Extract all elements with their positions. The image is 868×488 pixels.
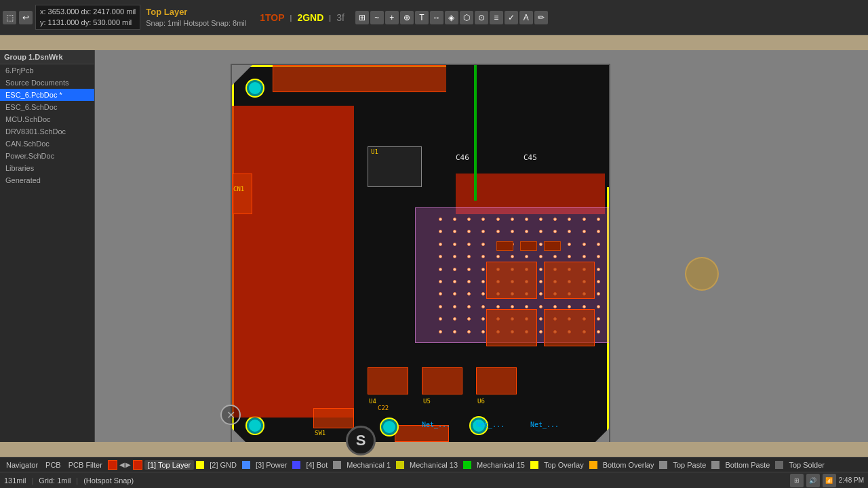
layer-color-2 [196,461,204,469]
layer-top-paste[interactable]: Top Paste [669,460,709,470]
label-cn1: CN1 [233,186,244,192]
toolbar-place[interactable]: ◈ [445,11,458,24]
label-c22: C22 [378,405,389,411]
trace-green-v [474,65,477,201]
layer-4-bot[interactable]: [4] Bot [302,460,331,470]
layer-2-gnd[interactable]: [2] GND [206,460,240,470]
layer-top-solder[interactable]: Top Solder [785,460,828,470]
via-dot [525,255,528,258]
via-dot [583,305,586,308]
layer-color-topsolder [775,461,783,469]
sidebar-item-7[interactable]: Libraries [0,162,94,174]
via-dot [453,305,456,308]
via-dot [511,218,514,221]
pcb-canvas[interactable]: U1 C46 C45 CN1 U4 U5 U6 [95,50,868,442]
sidebar: Group 1.DsnWrk 6.PrjPcb Source Documents… [0,50,95,442]
status-coord: 131mil [4,476,26,485]
layer-mech13[interactable]: Mechanical 13 [406,460,461,470]
toolbar-icon-2[interactable]: ↩ [19,11,33,24]
layer-color-mech1 [333,461,341,469]
net-label-3: Net_... [530,421,559,428]
pcb-board[interactable]: U1 C46 C45 CN1 U4 U5 U6 [231,64,610,442]
toolbar-drc[interactable]: ✓ [505,11,518,24]
layer-3-power[interactable]: [3] Power [252,460,290,470]
via-dot [453,243,456,246]
via-dot [597,218,600,221]
status-grid: Grid: 1mil [39,476,71,485]
toolbar-net[interactable]: ≡ [490,11,503,24]
via-dot [439,292,442,296]
via-dot [568,243,571,246]
layer-mech1[interactable]: Mechanical 1 [343,460,394,470]
via-dot [583,218,586,221]
via-dot [439,330,442,333]
layer-color-mech13 [396,461,404,469]
sidebar-item-1[interactable]: ESC_6.PcbDoc * [0,89,94,101]
via-dot [496,255,500,258]
via-dot [439,243,442,246]
via-dot [467,243,471,246]
via-dot [583,230,586,233]
via-dot [439,230,442,233]
toolbar-icon-1[interactable]: ⬚ [3,11,16,24]
layer-color-botpaste [711,461,719,469]
sys-icon-2[interactable]: 🔊 [806,474,820,487]
toolbar-3d[interactable]: ⬡ [460,11,473,24]
via-dot [453,218,456,221]
via-dot [539,305,542,308]
via-dot [597,317,600,321]
via-dot [467,292,471,296]
comp-grid-4 [544,309,595,346]
via-dot [453,292,456,296]
comp-grid-1 [486,262,537,299]
toolbar-text[interactable]: T [415,11,429,24]
layer-bot-paste[interactable]: Bottom Paste [722,460,773,470]
via-dot [539,317,542,321]
layer-tab-navigator[interactable]: Navigator [3,460,41,470]
via-dot [568,230,571,233]
sidebar-item-5[interactable]: CAN.SchDoc [0,138,94,150]
toolbar-measure[interactable]: ↔ [430,11,443,24]
via-dot [597,230,600,233]
current-layer-name: Top Layer [146,7,246,18]
cn1-comp [232,174,252,214]
layer-nav-prev[interactable]: ◀ [119,461,125,468]
tab-3f[interactable]: 3f [336,12,344,23]
sys-icon-3[interactable]: 📶 [823,474,836,487]
layer-top-overlay[interactable]: Top Overlay [540,460,587,470]
toolbar-pen[interactable]: ✏ [534,11,548,24]
toolbar-add[interactable]: + [385,11,399,24]
sidebar-item-0[interactable]: Source Documents [0,77,94,89]
sys-icon-1[interactable]: ⊞ [790,474,804,487]
layer-1-top[interactable]: [1] Top Layer [144,460,194,470]
sidebar-item-4[interactable]: DRV8301.SchDoc [0,125,94,138]
toolbar-zoom[interactable]: ⊙ [475,11,488,24]
via-dot [481,268,485,271]
toolbar-route[interactable]: ~ [370,11,384,24]
via-dot [553,255,557,258]
layer-bot-overlay[interactable]: Bottom Overlay [599,460,658,470]
via-dot [481,280,485,283]
layer-mech15[interactable]: Mechanical 15 [473,460,528,470]
via-dot [467,305,471,308]
sidebar-item-6[interactable]: Power.SchDoc [0,150,94,162]
layer-nav-next[interactable]: ▶ [125,461,131,468]
layer-tab-filter[interactable]: PCB Filter [65,460,106,470]
toolbar-filter[interactable]: ⊞ [355,11,369,24]
sidebar-project[interactable]: 6.PrjPcb [0,64,94,77]
tab-1top[interactable]: 1TOP [260,12,284,23]
via-dot [597,243,600,246]
via-dot [511,230,514,233]
layer-color-toppaste [659,461,667,469]
sidebar-item-2[interactable]: ESC_6.SchDoc [0,101,94,113]
toolbar-highlight[interactable]: A [519,11,533,24]
toolbar-pad[interactable]: ⊕ [400,11,414,24]
layer-color-1 [133,460,142,470]
layer-color-mech15 [463,461,471,469]
tab-2gnd[interactable]: 2GND [297,12,323,23]
cancel-icon[interactable]: ✕ [220,405,241,425]
via-dot [539,243,542,246]
sidebar-item-3[interactable]: MCU.SchDoc [0,113,94,125]
layer-tab-pcb[interactable]: PCB [42,460,64,470]
sidebar-item-8[interactable]: Generated [0,174,94,186]
